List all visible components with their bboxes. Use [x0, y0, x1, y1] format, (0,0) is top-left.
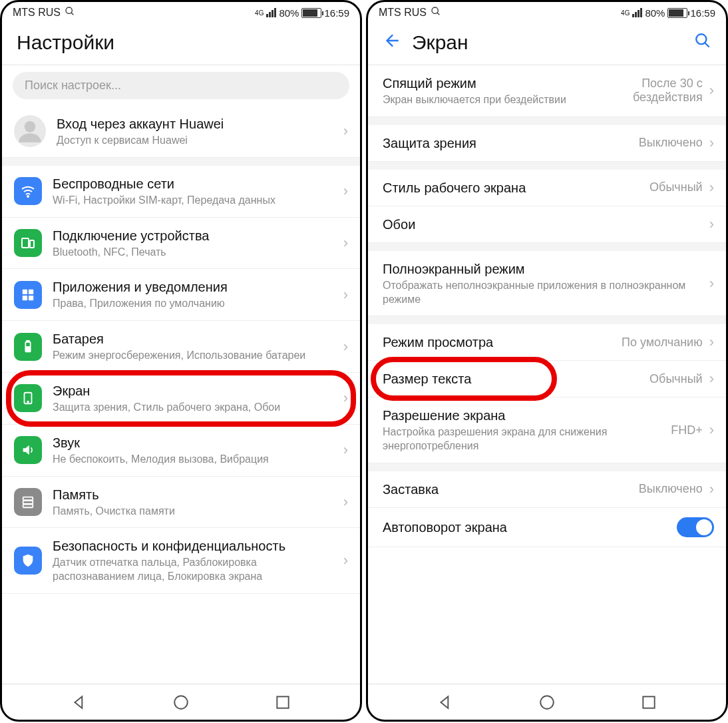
- chevron-right-icon: ›: [343, 493, 348, 511]
- display-item[interactable]: ЗаставкаВыключено›: [368, 471, 726, 508]
- navbar: [2, 684, 360, 720]
- search-button[interactable]: [694, 32, 711, 54]
- clock-label: 16:59: [690, 7, 715, 19]
- settings-item-security[interactable]: Безопасность и конфиденциальность Датчик…: [2, 528, 360, 594]
- settings-content[interactable]: Поиск настроек... Вход через аккаунт Hua…: [2, 65, 360, 684]
- search-icon: [431, 6, 441, 19]
- item-sub: Права, Приложения по умолчанию: [53, 297, 341, 311]
- svg-point-2: [25, 121, 36, 132]
- item-title: Беспроводные сети: [53, 175, 341, 192]
- network-label: 4G: [621, 9, 630, 17]
- chevron-right-icon: ›: [709, 481, 714, 498]
- section-gap: [368, 243, 726, 251]
- chevron-right-icon: ›: [343, 234, 348, 252]
- svg-rect-12: [26, 347, 30, 351]
- item-value: После 30 с бездействия: [583, 77, 703, 105]
- toggle-switch[interactable]: [677, 517, 714, 537]
- settings-item-wifi[interactable]: Беспроводные сети Wi-Fi, Настройки SIM-к…: [2, 166, 360, 218]
- item-title: Подключение устройства: [53, 227, 341, 244]
- item-title: Размер текста: [383, 370, 649, 387]
- account-row[interactable]: Вход через аккаунт Huawei Доступ к серви…: [2, 106, 360, 158]
- chevron-right-icon: ›: [343, 389, 348, 407]
- svg-point-22: [696, 34, 706, 44]
- device-icon: [14, 229, 42, 257]
- chevron-right-icon: ›: [709, 421, 714, 439]
- nav-recent-button[interactable]: [274, 694, 291, 711]
- clock-label: 16:59: [324, 7, 349, 19]
- wifi-icon: [14, 177, 42, 205]
- svg-line-23: [705, 43, 709, 47]
- item-title: Звук: [53, 434, 341, 451]
- back-button[interactable]: [383, 32, 400, 54]
- item-title: Обои: [383, 216, 707, 233]
- carrier-label: MTS RUS: [13, 7, 61, 19]
- display-item[interactable]: Обои›: [368, 206, 726, 243]
- appbar: Настройки: [2, 22, 360, 65]
- nav-recent-button[interactable]: [640, 694, 657, 711]
- chevron-right-icon: ›: [709, 370, 714, 387]
- signal-icon: [266, 8, 276, 17]
- item-title: Безопасность и конфиденциальность: [53, 537, 341, 555]
- item-title: Приложения и уведомления: [53, 278, 341, 296]
- phone-right: MTS RUS 4G 80% 16:59 Экран Спящий режимЭ…: [366, 0, 728, 722]
- chevron-right-icon: ›: [343, 122, 348, 140]
- svg-rect-19: [277, 696, 288, 708]
- section-gap: [2, 158, 360, 166]
- item-title: Полноэкранный режим: [383, 260, 707, 278]
- svg-rect-11: [27, 340, 29, 342]
- item-value: Обычный: [649, 180, 703, 194]
- storage-icon: [14, 488, 42, 516]
- display-item[interactable]: Режим просмотраПо умолчанию›: [368, 324, 726, 361]
- settings-item-sound[interactable]: Звук Не беспокоить, Мелодия вызова, Вибр…: [2, 425, 360, 477]
- settings-item-storage[interactable]: Память Память, Очистка памяти ›: [2, 477, 360, 529]
- page-title: Экран: [412, 31, 682, 54]
- section-gap: [368, 117, 726, 125]
- chevron-right-icon: ›: [343, 338, 348, 356]
- display-item[interactable]: Размер текстаОбычный›: [368, 361, 726, 397]
- battery-percent: 80%: [645, 7, 665, 19]
- battery-icon: [14, 333, 42, 361]
- display-item[interactable]: Автоповорот экрана: [368, 508, 726, 547]
- settings-item-battery[interactable]: Батарея Режим энергосбережения, Использо…: [2, 321, 360, 373]
- navbar: [368, 684, 726, 720]
- item-title: Спящий режим: [383, 75, 583, 92]
- svg-rect-16: [23, 501, 33, 504]
- display-item[interactable]: Полноэкранный режимОтображать неполноэкр…: [368, 251, 726, 317]
- security-icon: [14, 547, 42, 575]
- nav-back-button[interactable]: [71, 694, 88, 711]
- svg-point-0: [66, 7, 72, 13]
- settings-item-device[interactable]: Подключение устройства Bluetooth, NFC, П…: [2, 218, 360, 270]
- chevron-right-icon: ›: [709, 134, 714, 152]
- item-sub: Wi-Fi, Настройки SIM-карт, Передача данн…: [53, 194, 341, 208]
- display-content[interactable]: Спящий режимЭкран выключается при бездей…: [368, 65, 726, 684]
- battery-percent: 80%: [279, 7, 299, 19]
- settings-item-apps[interactable]: Приложения и уведомления Права, Приложен…: [2, 269, 360, 321]
- chevron-right-icon: ›: [709, 275, 714, 292]
- signal-icon: [632, 8, 642, 17]
- page-title: Настройки: [17, 31, 345, 54]
- item-title: Автоповорот экрана: [383, 519, 677, 536]
- display-item[interactable]: Спящий режимЭкран выключается при бездей…: [368, 65, 726, 117]
- svg-line-1: [71, 13, 73, 15]
- item-title: Режим просмотра: [383, 334, 622, 351]
- item-sub: Отображать неполноэкранные приложения в …: [383, 279, 707, 307]
- nav-home-button[interactable]: [172, 694, 190, 711]
- display-item[interactable]: Стиль рабочего экранаОбычный›: [368, 170, 726, 206]
- statusbar: MTS RUS 4G 80% 16:59: [2, 2, 360, 22]
- statusbar: MTS RUS 4G 80% 16:59: [368, 2, 726, 22]
- network-label: 4G: [255, 9, 264, 17]
- search-icon: [65, 6, 75, 19]
- chevron-right-icon: ›: [709, 216, 714, 233]
- nav-home-button[interactable]: [538, 694, 556, 711]
- section-gap: [368, 463, 726, 471]
- display-item[interactable]: Разрешение экранаНастройка разрешения эк…: [368, 397, 726, 463]
- settings-item-display[interactable]: Экран Защита зрения, Стиль рабочего экра…: [2, 373, 360, 425]
- item-title: Защита зрения: [383, 134, 639, 152]
- chevron-right-icon: ›: [343, 441, 348, 459]
- item-value: Обычный: [649, 372, 703, 386]
- item-sub: Память, Очистка памяти: [53, 505, 341, 519]
- nav-back-button[interactable]: [437, 694, 454, 711]
- display-item[interactable]: Защита зренияВыключено›: [368, 125, 726, 162]
- svg-rect-7: [29, 290, 33, 294]
- search-input[interactable]: Поиск настроек...: [13, 72, 349, 99]
